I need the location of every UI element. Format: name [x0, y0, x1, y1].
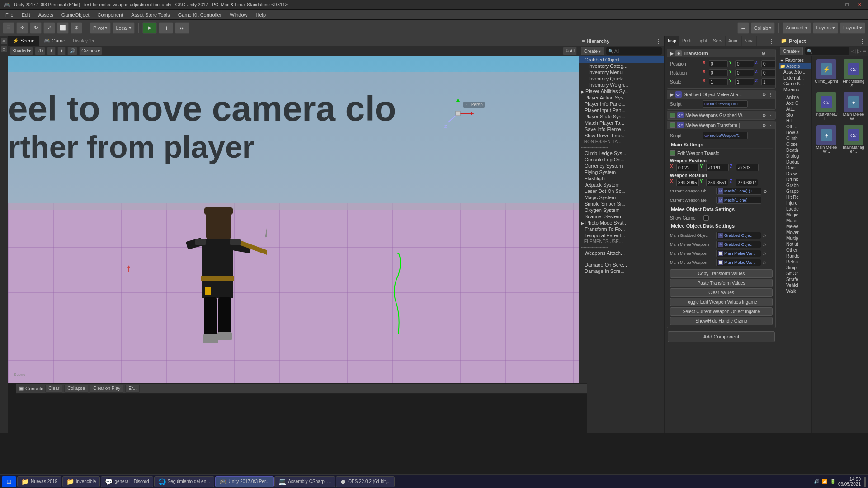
grabbed-menu[interactable]: ⋮ [768, 92, 773, 97]
asset-climb-sprint[interactable]: ⚡ Climb_Sprint [814, 58, 839, 89]
hierarchy-item-player-state[interactable]: Player State Sys... [579, 113, 664, 120]
hierarchy-item-climb-ledge[interactable]: Climb Ledge Sys... [579, 150, 664, 156]
hierarchy-item-player-input[interactable]: Player Input Pan... [579, 107, 664, 113]
tree-hit[interactable]: Hit [779, 118, 811, 124]
hierarchy-item-inv-weight[interactable]: Inventory Weigh... [579, 82, 664, 88]
tab-inspector[interactable]: Insp [665, 36, 679, 46]
script-value[interactable]: C# meleeWeaponT... [703, 100, 748, 108]
scale-x-field[interactable]: 1 [709, 78, 728, 85]
hierarchy-item-inv-menu[interactable]: Inventory Menu [579, 69, 664, 75]
hierarchy-item-flying[interactable]: Flying System [579, 169, 664, 175]
tree-oth[interactable]: Oth... [779, 124, 811, 130]
hierarchy-options[interactable]: ⋮ [655, 38, 661, 45]
tree-assets[interactable]: 📁 Assets [779, 63, 811, 69]
mmw2-btn[interactable]: ⊙ [762, 260, 766, 265]
wr-x-field[interactable]: 349.3995 [676, 179, 699, 186]
hierarchy-item-save-info[interactable]: Save Info Eleme... [579, 126, 664, 132]
project-back-button[interactable]: ◁ [851, 48, 855, 54]
tree-grabb[interactable]: Grabb [779, 183, 811, 188]
mmw1-field[interactable]: ⬜ Main Melee We... [716, 250, 761, 257]
tree-reloa[interactable]: Reloa [779, 259, 811, 265]
tree-injure[interactable]: Injure [779, 200, 811, 206]
hierarchy-item-inv-quick[interactable]: Inventory Quick... [579, 75, 664, 82]
transform-header[interactable]: ▶ ⊕ Transform ⚙ ⋮ [667, 49, 775, 57]
menu-help[interactable]: Help [252, 11, 269, 19]
tree-notut[interactable]: Not ut [779, 241, 811, 247]
start-button[interactable]: ⊞ [2, 476, 16, 487]
tree-anima[interactable]: Anima [779, 94, 811, 100]
play-button[interactable]: ▶ [142, 22, 157, 34]
cwo-field[interactable]: M Mesh(Clone) (T [716, 188, 761, 195]
account-dropdown[interactable]: Account ▾ [783, 22, 811, 34]
taskbar-sound[interactable]: 🔊 [814, 479, 819, 484]
wr-y-field[interactable]: 259.3551 [706, 179, 729, 186]
console-error-button[interactable]: Er... [125, 385, 140, 393]
tree-death[interactable]: Death [779, 147, 811, 153]
hierarchy-item-player-action[interactable]: Player Action Sys... [579, 94, 664, 101]
layers-dropdown[interactable]: Layers ▾ [813, 22, 838, 34]
paste-transform-button[interactable]: Paste Transform Values [670, 279, 773, 287]
menu-edit[interactable]: Edit [18, 11, 34, 19]
tab-scene[interactable]: ⚡ Scene [8, 36, 39, 46]
hierarchy-item-temporal[interactable]: Temporal Parent... [579, 232, 664, 239]
clear-values-button[interactable]: Clear Values [670, 288, 773, 297]
mwg-checkbox[interactable] [670, 113, 675, 118]
transform-menu[interactable]: ⋮ [768, 51, 773, 56]
hierarchy-item-laser[interactable]: Laser Dot On Sc... [579, 188, 664, 194]
mwg-settings[interactable]: ⚙ [762, 113, 766, 118]
tree-bow[interactable]: Bow a [779, 130, 811, 136]
transform-settings[interactable]: ⚙ [761, 51, 766, 56]
wp-y-field[interactable]: -0.191 [706, 164, 729, 171]
tree-rando[interactable]: Rando [779, 253, 811, 259]
mwt-checkbox[interactable] [670, 122, 675, 128]
console-collapse-button[interactable]: Collapse [64, 385, 88, 393]
tree-simpl[interactable]: Simpl [779, 265, 811, 271]
tree-door[interactable]: Door [779, 165, 811, 171]
toolbar-rect[interactable]: ⬜ [57, 22, 69, 34]
project-view-toggle[interactable]: ≡ [863, 48, 866, 54]
hierarchy-item-oxygen[interactable]: Oxygen System [579, 207, 664, 213]
pos-z-field[interactable]: 0 [761, 60, 776, 67]
menu-file[interactable]: File [2, 11, 17, 19]
step-button[interactable]: ⏭ [175, 22, 189, 34]
hierarchy-item-damage-screen[interactable]: Damage On Scre... [579, 262, 664, 268]
taskbar-item-invencible[interactable]: 📁 invencible [62, 476, 100, 487]
toolbar-scale[interactable]: ⤢ [43, 22, 55, 34]
asset-mainmanager[interactable]: C# mainManager... [841, 124, 866, 155]
taskbar-item-browser[interactable]: 🌐 Seguimiento del en... [154, 476, 214, 487]
menu-gamekitcontroller[interactable]: Game Kit Controller [175, 11, 226, 19]
mgo-btn[interactable]: ⊙ [762, 233, 766, 238]
hierarchy-item-scanner[interactable]: Scanner System [579, 213, 664, 220]
console-clear-button[interactable]: Clear [45, 385, 62, 393]
asset-findmissing[interactable]: C# FindMissingS... [841, 58, 866, 89]
tab-services[interactable]: Serv [710, 36, 726, 46]
hierarchy-item-sniper[interactable]: Simple Sniper Si... [579, 201, 664, 207]
toggle-edit-button[interactable]: Toggle Edit Weapon Values Ingame [670, 298, 773, 306]
hierarchy-item-magic[interactable]: Magic System [579, 194, 664, 201]
tree-external[interactable]: External... [779, 75, 811, 81]
scale-z-field[interactable]: 1 [761, 78, 776, 85]
menu-assetstore[interactable]: Asset Store Tools [127, 11, 173, 19]
pause-button[interactable]: ⏸ [159, 22, 173, 34]
taskbar-item-discord[interactable]: 💬 general - Discord [101, 476, 153, 487]
hierarchy-item-jetpack[interactable]: Jetpack System [579, 182, 664, 188]
toolbar-rotate[interactable]: ↻ [30, 22, 42, 34]
layout-dropdown[interactable]: Layout ▾ [840, 22, 865, 34]
hierarchy-item-grabbed-object[interactable]: Grabbed Object [579, 56, 664, 63]
show-gizmo-checkbox[interactable] [703, 215, 709, 221]
tree-close[interactable]: Close [779, 141, 811, 147]
tree-hitre[interactable]: Hit Re [779, 194, 811, 200]
tab-game[interactable]: 🎮 Game [39, 36, 70, 46]
asset-main-melee1[interactable]: 🗡 Main Melee W... [841, 91, 866, 122]
tree-sitor[interactable]: Sit Or [779, 271, 811, 277]
minimize-button[interactable]: – [831, 2, 839, 8]
all-search[interactable]: ⊕ All [563, 47, 577, 55]
taskbar-item-assembly[interactable]: 💻 Assembly-CSharp -... [274, 476, 335, 487]
transform-gizmo[interactable]: Z [440, 95, 476, 131]
wp-z-field[interactable]: -0.303 [736, 164, 759, 171]
show-desktop[interactable] [864, 477, 866, 487]
hierarchy-item-match-player[interactable]: Match Player To... [579, 120, 664, 126]
grabbed-settings[interactable]: ⚙ [762, 92, 766, 97]
tree-favorites[interactable]: ★ Favorites [779, 57, 811, 63]
mwt-script-field[interactable]: C# meleeWeaponT... [703, 132, 748, 139]
